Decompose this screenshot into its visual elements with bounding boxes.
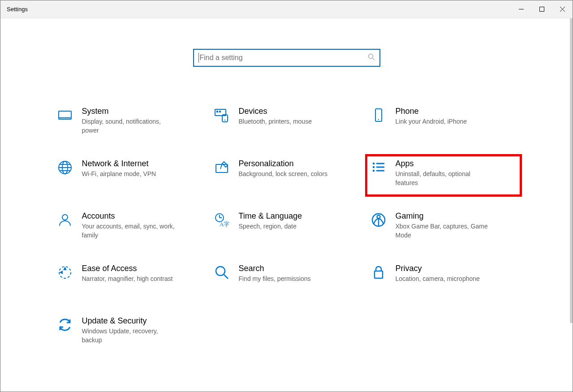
tile-title: Devices bbox=[239, 106, 312, 116]
tile-time[interactable]: Time & LanguageSpeech, region, date bbox=[208, 207, 365, 249]
tile-text: Time & LanguageSpeech, region, date bbox=[239, 211, 302, 231]
gaming-icon bbox=[370, 211, 388, 229]
tile-subtitle: Wi-Fi, airplane mode, VPN bbox=[82, 170, 156, 179]
tile-title: Personalization bbox=[239, 159, 327, 169]
tile-text: Network & InternetWi-Fi, airplane mode, … bbox=[82, 159, 156, 179]
ease-icon bbox=[56, 263, 74, 281]
window-title: Settings bbox=[7, 6, 28, 13]
tile-personalization[interactable]: PersonalizationBackground, lock screen, … bbox=[208, 154, 365, 197]
personalization-icon bbox=[213, 159, 231, 177]
tile-subtitle: Uninstall, defaults, optional features bbox=[396, 170, 490, 187]
minimize-icon bbox=[519, 7, 524, 12]
tile-subtitle: Speech, region, date bbox=[239, 222, 302, 231]
tile-privacy[interactable]: PrivacyLocation, camera, microphone bbox=[365, 259, 522, 302]
tile-title: Search bbox=[239, 263, 311, 274]
phone-icon bbox=[370, 106, 388, 124]
devices-icon bbox=[213, 106, 231, 124]
tile-title: Apps bbox=[396, 159, 490, 169]
accounts-icon bbox=[56, 211, 74, 229]
tile-subtitle: Link your Android, iPhone bbox=[396, 117, 467, 126]
tile-title: Privacy bbox=[396, 263, 480, 274]
tile-subtitle: Background, lock screen, colors bbox=[239, 170, 327, 179]
tile-title: Update & Security bbox=[82, 316, 176, 326]
search-icon bbox=[213, 263, 231, 281]
tile-gaming[interactable]: GamingXbox Game Bar, captures, Game Mode bbox=[365, 207, 522, 249]
tile-title: Gaming bbox=[396, 211, 490, 221]
tile-text: PrivacyLocation, camera, microphone bbox=[396, 263, 480, 284]
scrollbar[interactable] bbox=[570, 18, 573, 323]
tile-search[interactable]: SearchFind my files, permissions bbox=[208, 259, 365, 302]
categories-grid-container: SystemDisplay, sound, notifications, pow… bbox=[0, 102, 573, 381]
tile-title: Network & Internet bbox=[82, 159, 156, 169]
time-icon bbox=[213, 211, 231, 229]
minimize-button[interactable] bbox=[511, 0, 531, 18]
tile-text: SearchFind my files, permissions bbox=[239, 263, 311, 284]
categories-grid: SystemDisplay, sound, notifications, pow… bbox=[52, 102, 522, 354]
tile-subtitle: Location, camera, microphone bbox=[396, 275, 480, 284]
tile-network[interactable]: Network & InternetWi-Fi, airplane mode, … bbox=[52, 154, 208, 197]
tile-title: Ease of Access bbox=[82, 263, 173, 274]
tile-subtitle: Windows Update, recovery, backup bbox=[82, 327, 176, 345]
search-box[interactable] bbox=[193, 49, 380, 67]
svg-line-5 bbox=[372, 58, 375, 60]
tile-text: AccountsYour accounts, email, sync, work… bbox=[82, 211, 176, 240]
apps-icon bbox=[370, 159, 388, 177]
network-icon bbox=[56, 159, 74, 177]
tile-devices[interactable]: DevicesBluetooth, printers, mouse bbox=[208, 102, 365, 144]
tile-text: Ease of AccessNarrator, magnifier, high … bbox=[82, 263, 173, 284]
tile-accounts[interactable]: AccountsYour accounts, email, sync, work… bbox=[52, 207, 208, 249]
maximize-button[interactable] bbox=[531, 0, 552, 18]
tile-subtitle: Display, sound, notifications, power bbox=[82, 117, 176, 135]
tile-title: Phone bbox=[396, 106, 467, 116]
tile-text: AppsUninstall, defaults, optional featur… bbox=[396, 159, 490, 188]
tile-subtitle: Find my files, permissions bbox=[239, 275, 311, 284]
close-button[interactable] bbox=[552, 0, 573, 18]
svg-point-4 bbox=[368, 54, 373, 59]
tile-text: PhoneLink your Android, iPhone bbox=[396, 106, 467, 126]
text-caret bbox=[198, 53, 199, 63]
window-controls bbox=[511, 0, 573, 18]
tile-subtitle: Bluetooth, printers, mouse bbox=[239, 117, 312, 126]
tile-text: PersonalizationBackground, lock screen, … bbox=[239, 159, 327, 179]
tile-update[interactable]: Update & SecurityWindows Update, recover… bbox=[52, 311, 208, 354]
update-icon bbox=[56, 316, 74, 334]
content-area: SystemDisplay, sound, notifications, pow… bbox=[0, 18, 573, 392]
tile-text: DevicesBluetooth, printers, mouse bbox=[239, 106, 312, 126]
maximize-icon bbox=[539, 7, 544, 12]
tile-title: Accounts bbox=[82, 211, 176, 221]
tile-ease[interactable]: Ease of AccessNarrator, magnifier, high … bbox=[52, 259, 208, 302]
titlebar: Settings bbox=[0, 0, 573, 18]
tile-subtitle: Xbox Game Bar, captures, Game Mode bbox=[396, 222, 490, 240]
tile-subtitle: Narrator, magnifier, high contrast bbox=[82, 275, 173, 284]
tile-apps[interactable]: AppsUninstall, defaults, optional featur… bbox=[365, 154, 522, 197]
privacy-icon bbox=[370, 263, 388, 281]
search-container bbox=[0, 49, 573, 67]
svg-rect-1 bbox=[539, 7, 544, 12]
tile-title: System bbox=[82, 106, 176, 116]
close-icon bbox=[560, 7, 565, 12]
tile-title: Time & Language bbox=[239, 211, 302, 221]
tile-text: SystemDisplay, sound, notifications, pow… bbox=[82, 106, 176, 135]
search-input[interactable] bbox=[200, 54, 368, 62]
tile-phone[interactable]: PhoneLink your Android, iPhone bbox=[365, 102, 522, 144]
tile-system[interactable]: SystemDisplay, sound, notifications, pow… bbox=[52, 102, 208, 144]
tile-text: Update & SecurityWindows Update, recover… bbox=[82, 316, 176, 345]
tile-text: GamingXbox Game Bar, captures, Game Mode bbox=[396, 211, 490, 240]
system-icon bbox=[56, 106, 74, 124]
tile-subtitle: Your accounts, email, sync, work, family bbox=[82, 222, 176, 240]
search-icon bbox=[368, 53, 375, 62]
